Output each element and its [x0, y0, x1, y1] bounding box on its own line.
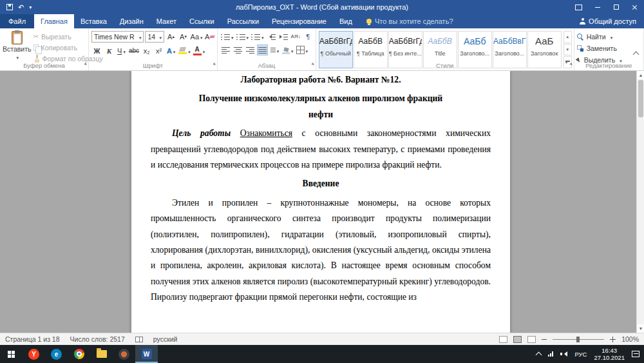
clear-formatting-button[interactable]: А [204, 32, 215, 43]
taskbar-edge-browser[interactable]: e [45, 345, 68, 363]
read-mode-button[interactable] [499, 336, 507, 343]
tab-home[interactable]: Главная [34, 14, 74, 28]
superscript-button[interactable]: х² [153, 45, 164, 56]
borders-button[interactable] [296, 44, 309, 55]
ribbon-display-options-button[interactable] [569, 0, 588, 14]
text-effects-button[interactable]: А [166, 45, 176, 56]
chevron-down-icon: ▾ [29, 5, 32, 10]
paste-button[interactable]: Вставить [3, 30, 32, 64]
volume-icon[interactable] [560, 351, 567, 357]
italic-button[interactable]: К [104, 45, 115, 56]
word-window: ↶ ▾ лабПиролиз_ОХТ - Word (Сбой активаци… [0, 0, 644, 363]
decrease-indent-button[interactable] [266, 31, 277, 42]
document-content[interactable]: Лабораторная работа №6. Вариант №12. Пол… [151, 72, 491, 306]
align-center-button[interactable] [232, 44, 243, 55]
zoom-slider-thumb[interactable] [576, 337, 580, 342]
strikethrough-button[interactable]: abc [128, 45, 140, 56]
numbering-button[interactable] [236, 31, 250, 42]
goal-label: Цель работы [172, 128, 240, 138]
font-color-button[interactable]: А [193, 45, 206, 56]
scroll-up-icon[interactable]: ▲ [637, 71, 644, 79]
start-button[interactable] [0, 345, 23, 363]
minimize-button[interactable] [588, 0, 607, 14]
tray-expand-icon[interactable] [536, 352, 542, 358]
close-button[interactable] [625, 0, 644, 14]
find-button[interactable]: Найти [577, 32, 641, 42]
align-left-button[interactable] [220, 44, 231, 55]
maximize-icon [614, 5, 619, 10]
collapse-ribbon-icon[interactable] [631, 50, 640, 57]
document-page[interactable]: Лабораторная работа №6. Вариант №12. Пол… [131, 71, 510, 333]
zoom-level[interactable]: 100% [621, 335, 639, 343]
tab-mailings[interactable]: Рассылки [221, 14, 265, 28]
line-spacing-button[interactable] [269, 44, 280, 55]
notification-center-icon[interactable] [632, 351, 639, 357]
zoom-out-icon[interactable] [542, 339, 547, 340]
tell-me-box[interactable]: Что вы хотите сделать? [366, 14, 453, 28]
taskbar-word[interactable]: W [135, 345, 158, 363]
replace-icon [577, 45, 583, 52]
change-case-button[interactable]: Аа [190, 32, 203, 43]
taskbar-file-explorer[interactable] [90, 345, 113, 363]
justify-button[interactable] [257, 44, 268, 55]
tab-view[interactable]: Вид [333, 14, 359, 28]
increase-indent-button[interactable] [278, 31, 289, 42]
highlight-color-button[interactable] [178, 45, 191, 56]
web-layout-button[interactable] [527, 336, 536, 343]
shading-button[interactable] [281, 44, 294, 55]
print-layout-button[interactable] [513, 336, 522, 343]
taskbar-browser-dark[interactable] [113, 345, 135, 363]
customize-qat-button[interactable]: ▾ [29, 0, 32, 14]
font-size-select[interactable]: 14 [145, 31, 164, 43]
tab-insert[interactable]: Вставка [74, 14, 113, 28]
font-dialog-launcher-icon[interactable] [211, 63, 216, 69]
chevron-down-icon [138, 33, 142, 41]
sort-icon: АЯ↓ [291, 34, 301, 39]
grow-font-button[interactable]: А▴ [166, 32, 176, 43]
scrollbar-thumb[interactable] [638, 80, 643, 117]
bold-button[interactable]: Ж [91, 45, 102, 56]
bullets-button[interactable] [220, 31, 234, 42]
network-icon[interactable] [548, 351, 553, 357]
grow-font-label: А [167, 33, 172, 41]
share-button[interactable]: Общий доступ [572, 14, 644, 28]
page-indicator[interactable]: Страница 1 из 18 [5, 335, 60, 343]
clock[interactable]: 16:43 27.10.2021 [594, 347, 625, 361]
styles-scroll-down-icon[interactable]: ▾ [564, 44, 572, 56]
paste-dropdown-icon[interactable] [15, 53, 19, 61]
tab-references[interactable]: Ссылки [183, 14, 221, 28]
font-family-select[interactable]: Times New R [91, 31, 144, 43]
subscript-button[interactable]: х₂ [141, 45, 152, 56]
proofing-icon[interactable] [135, 337, 143, 342]
vertical-scrollbar[interactable]: ▲ ▼ [636, 71, 644, 333]
sort-button[interactable]: АЯ↓ [290, 31, 301, 42]
tab-design[interactable]: Дизайн [113, 14, 150, 28]
align-left-icon [222, 46, 230, 54]
chevron-down-icon [122, 47, 126, 55]
tab-review[interactable]: Рецензирование [265, 14, 333, 28]
zoom-slider[interactable] [553, 339, 604, 340]
style-name: ¶ Таблица [354, 50, 387, 57]
tab-layout[interactable]: Макет [150, 14, 183, 28]
styles-dialog-launcher-icon[interactable] [567, 63, 573, 69]
undo-button[interactable]: ↶ [18, 0, 24, 14]
scroll-down-icon[interactable]: ▼ [637, 324, 644, 333]
align-right-button[interactable] [245, 44, 256, 55]
multilevel-list-button[interactable] [251, 31, 265, 42]
underline-button[interactable]: Ч [116, 45, 127, 56]
increase-indent-icon [279, 33, 288, 41]
taskbar-chrome[interactable] [68, 345, 90, 363]
input-language-indicator[interactable]: РУС [574, 351, 587, 358]
zoom-in-icon[interactable] [610, 337, 616, 342]
word-count[interactable]: Число слов: 2517 [70, 335, 125, 343]
taskbar-yandex-browser[interactable]: Y [23, 345, 45, 363]
save-button[interactable] [6, 0, 13, 14]
clipboard-dialog-launcher-icon[interactable] [82, 63, 88, 69]
shrink-font-button[interactable]: А▾ [178, 32, 189, 43]
paragraph-dialog-launcher-icon[interactable] [309, 63, 315, 69]
styles-scroll-up-icon[interactable]: ▴ [564, 31, 572, 43]
language-indicator[interactable]: русский [153, 335, 178, 343]
maximize-button[interactable] [607, 0, 625, 14]
show-marks-button[interactable]: ¶ [303, 31, 314, 42]
tab-file[interactable]: Файл [0, 14, 34, 28]
